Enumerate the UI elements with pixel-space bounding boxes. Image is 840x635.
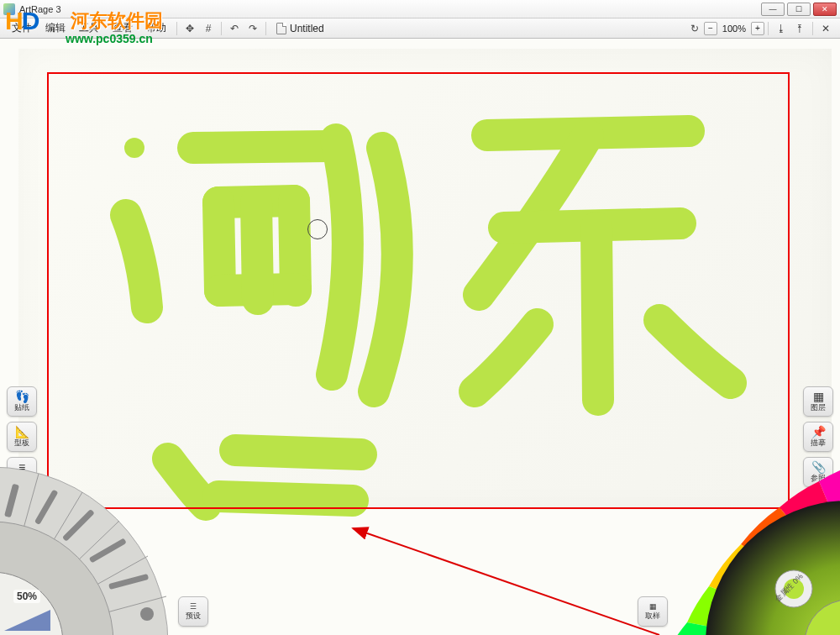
samples-button[interactable]: ▦取样 [638,596,668,627]
window-title: ArtRage 3 [19,4,61,14]
separator [812,22,813,35]
brush-size-label[interactable]: 50% [13,590,40,603]
tool-picker[interactable]: 50% [0,442,193,635]
color-picker[interactable]: 金属性 0% [672,467,840,635]
pin-icon: 📌 [811,426,826,438]
zoom-value: 100% [719,24,749,34]
layers-button[interactable]: ▦图层 [803,386,833,417]
export-icon[interactable]: ⭱ [790,20,809,37]
app-icon [3,3,15,15]
footprint-icon: 👣 [15,391,29,402]
zoom-out-button[interactable]: − [704,22,717,35]
preset-icon: ☰ [190,602,197,611]
window-titlebar: ArtRage 3 — ☐ ✕ [0,0,840,18]
menu-file[interactable]: 文件 [5,18,39,38]
ruler-icon: 📐 [15,426,29,438]
menu-edit[interactable]: 编辑 [39,18,72,38]
document-title: Untitled [290,23,324,34]
grid-icon[interactable]: # [199,20,218,37]
rotate-button[interactable]: ↻ [685,20,704,37]
minimize-button[interactable]: — [761,3,785,16]
redo-icon[interactable]: ↷ [244,20,262,37]
svg-point-12 [140,607,154,621]
separator [768,22,769,35]
maximize-button[interactable]: ☐ [787,3,811,16]
zoom-control: − 100% + [704,22,764,35]
document-tab[interactable]: Untitled [270,21,331,36]
separator [265,22,266,35]
menubar: 文件 编辑 工具 查看 帮助 ✥ # ↶ ↷ Untitled ↻ − 100%… [0,18,840,39]
tracing-button[interactable]: 📌描摹 [803,422,833,452]
move-tool-icon[interactable]: ✥ [181,20,199,37]
svg-point-0 [124,138,144,158]
menu-view[interactable]: 查看 [106,18,139,38]
separator [221,22,222,35]
close-button[interactable]: ✕ [813,3,837,16]
undo-icon[interactable]: ↶ [225,20,244,37]
samples-icon: ▦ [649,602,657,611]
menu-help[interactable]: 帮助 [139,18,173,38]
document-icon [276,23,286,34]
menu-tools[interactable]: 工具 [72,18,106,38]
close-doc-icon[interactable]: ✕ [816,20,835,37]
layers-icon: ▦ [813,391,824,402]
separator [176,22,177,35]
zoom-in-button[interactable]: + [751,22,764,35]
presets-button[interactable]: ☰预设 [178,596,208,627]
stickers-button[interactable]: 👣贴纸 [7,386,37,417]
import-icon[interactable]: ⭳ [772,20,790,37]
brush-cursor [307,219,328,239]
